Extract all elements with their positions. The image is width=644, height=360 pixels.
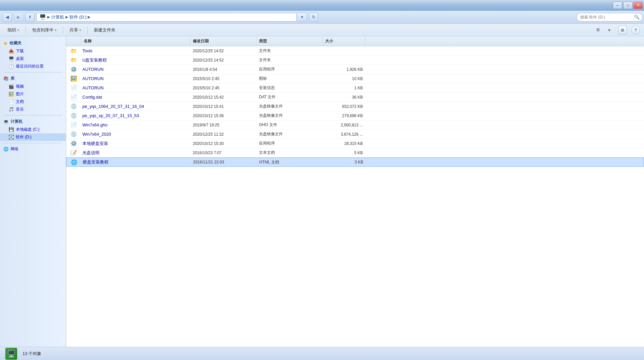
software-d-icon: 💽 xyxy=(9,135,14,140)
table-row[interactable]: 📄 AUTORUN 2015/5/10 2:45 安装信息 1 KB xyxy=(66,83,644,93)
file-size: 2,900,813 ... xyxy=(322,123,365,127)
col-header-modified[interactable]: 修改日期 xyxy=(190,36,256,46)
path-computer[interactable]: 计算机 xyxy=(51,14,64,20)
include-label: 包含到库中 xyxy=(32,27,54,33)
maximize-button[interactable]: □ xyxy=(623,2,632,9)
sidebar-item-software-d[interactable]: 💽 软件 (D:) xyxy=(0,133,66,141)
file-modified: 2020/12/25 14:52 xyxy=(190,49,256,53)
help-button[interactable]: ? xyxy=(631,26,640,34)
back-button[interactable]: ◀ xyxy=(3,13,12,22)
computer-label: 计算机 xyxy=(11,119,22,124)
sidebar-item-recent[interactable]: 🕐 最近访问的位置 xyxy=(0,63,66,70)
table-row[interactable]: 📄 Config.dat 2020/10/12 15:42 DAT 文件 36 … xyxy=(66,93,644,102)
table-row[interactable]: 🖼️ AUTORUN 2015/5/10 2:45 图标 10 KB xyxy=(66,74,644,83)
sidebar-computer-header[interactable]: 💻 计算机 xyxy=(0,117,66,126)
sidebar-item-network[interactable]: 🌐 网络 xyxy=(0,145,66,153)
address-bar: ◀ ▶ ⬆ 🖥️ ▶ 计算机 ▶ 软件 (D:) ▶ ▾ ↻ 🔍 xyxy=(0,11,644,24)
table-row[interactable]: ⚙️ AUTORUN 2016/1/8 4:54 应用程序 1,926 KB xyxy=(66,65,644,74)
computer-path-icon: 🖥️ xyxy=(39,14,46,20)
table-row[interactable]: 📄 Win7x64.gho 2019/9/7 19:25 GHO 文件 2,90… xyxy=(66,120,644,130)
toolbar-separator-2 xyxy=(63,26,63,34)
favorites-star-icon: ★ xyxy=(3,41,8,46)
file-modified: 2020/10/12 15:30 xyxy=(190,141,256,146)
sidebar-item-doc[interactable]: 📄 文档 xyxy=(0,98,66,106)
file-name: 光盘说明 xyxy=(81,150,190,156)
sidebar-divider-1 xyxy=(3,72,63,72)
table-row[interactable]: ⚙️ 本地硬盘安装 2020/10/12 15:30 应用程序 28,315 K… xyxy=(66,139,644,148)
sidebar-library-header[interactable]: 📚 库 xyxy=(0,74,66,83)
file-type: 光盘映像文件 xyxy=(256,104,322,109)
forward-button[interactable]: ▶ xyxy=(14,13,23,22)
sidebar: ★ 收藏夹 📥 下载 🖥️ 桌面 🕐 最近访问的位置 xyxy=(0,36,66,347)
path-dropdown-button[interactable]: ▾ xyxy=(298,13,307,22)
status-bar: 🖥️ 13 个对象 xyxy=(0,347,644,360)
sidebar-item-local-c[interactable]: 💾 本地磁盘 (C:) xyxy=(0,126,66,133)
sidebar-item-image[interactable]: 🖼️ 图片 xyxy=(0,90,66,98)
file-name: 本地硬盘安装 xyxy=(81,141,190,147)
table-row[interactable]: 📁 Tools 2020/12/25 14:52 文件夹 xyxy=(66,46,644,56)
file-icon: 💿 xyxy=(66,103,81,110)
col-header-name[interactable]: 名称 xyxy=(81,36,190,46)
file-type: 应用程序 xyxy=(256,141,322,146)
sidebar-favorites-header[interactable]: ★ 收藏夹 xyxy=(0,39,66,47)
share-button[interactable]: 共享 ▾ xyxy=(66,25,85,35)
file-name: pe_yqs_1064_20_07_31_16_04 xyxy=(81,104,190,109)
file-name: Config.dat xyxy=(81,95,190,100)
sidebar-item-desktop[interactable]: 🖥️ 桌面 xyxy=(0,55,66,63)
sidebar-favorites-section: ★ 收藏夹 📥 下载 🖥️ 桌面 🕐 最近访问的位置 xyxy=(0,39,66,70)
sidebar-divider-3 xyxy=(3,143,63,143)
recent-icon: 🕐 xyxy=(9,64,14,69)
table-row[interactable]: 📝 光盘说明 2016/10/23 7:07 文本文档 5 KB xyxy=(66,148,644,158)
file-size: 10 KB xyxy=(322,76,365,81)
image-icon: 🖼️ xyxy=(9,92,14,97)
close-button[interactable]: ✕ xyxy=(633,2,643,9)
file-modified: 2015/5/10 2:45 xyxy=(190,86,256,90)
downloads-icon: 📥 xyxy=(9,49,14,54)
path-sep-2: ▶ xyxy=(65,15,68,19)
file-icon: 📄 xyxy=(66,122,81,128)
sidebar-divider-2 xyxy=(3,115,63,115)
file-modified: 2015/5/10 2:45 xyxy=(190,76,256,81)
file-modified: 2016/11/21 22:03 xyxy=(191,160,257,164)
table-row[interactable]: 💿 pe_yqs_1064_20_07_31_16_04 2020/10/12 … xyxy=(66,102,644,111)
file-type: 光盘映像文件 xyxy=(256,131,322,137)
sidebar-item-downloads[interactable]: 📥 下载 xyxy=(0,47,66,55)
video-label: 视频 xyxy=(16,84,24,89)
minimize-button[interactable]: ─ xyxy=(613,2,622,9)
table-row[interactable]: 💿 pe_yqs_xp_20_07_31_15_53 2020/10/12 15… xyxy=(66,111,644,120)
file-size: 1,926 KB xyxy=(322,67,365,72)
sidebar-item-music[interactable]: 🎵 音乐 xyxy=(0,106,66,113)
refresh-button[interactable]: ↻ xyxy=(309,13,318,22)
up-button[interactable]: ⬆ xyxy=(25,13,34,22)
new-folder-button[interactable]: 新建文件夹 xyxy=(90,25,119,35)
view-list-button[interactable]: ≡ xyxy=(593,26,603,34)
file-name: AUTORUN xyxy=(81,67,190,72)
path-drive[interactable]: 软件 (D:) xyxy=(69,14,86,20)
downloads-label: 下载 xyxy=(16,48,24,54)
file-icon: 💿 xyxy=(66,131,81,137)
file-type: GHO 文件 xyxy=(256,122,322,128)
table-row[interactable]: 📁 U盘安装教程 2020/12/25 14:52 文件夹 xyxy=(66,56,644,65)
desktop-icon: 🖥️ xyxy=(9,56,14,61)
address-path: 🖥️ ▶ 计算机 ▶ 软件 (D:) ▶ xyxy=(36,13,297,22)
table-row[interactable]: 🌐 硬盘安装教程 2016/11/21 22:03 HTML 文档 3 KB xyxy=(66,158,644,167)
path-sep-3: ▶ xyxy=(88,15,90,19)
include-library-button[interactable]: 包含到库中 ▾ xyxy=(28,25,60,35)
organize-button[interactable]: 组织 ▾ xyxy=(4,25,23,35)
view-detail-button[interactable]: ⊞ xyxy=(618,26,627,34)
col-header-type[interactable]: 类型 xyxy=(256,36,322,46)
col-header-size[interactable]: 大小 xyxy=(322,36,365,46)
file-modified: 2020/10/12 15:41 xyxy=(190,104,256,109)
file-size: 3,874,126 ... xyxy=(322,132,365,137)
file-modified: 2020/12/25 14:52 xyxy=(190,58,256,63)
view-toggle-arrow[interactable]: ▾ xyxy=(604,26,614,34)
doc-icon: 📄 xyxy=(9,99,14,104)
table-row[interactable]: 💿 Win7x64_2020 2020/12/25 11:32 光盘映像文件 3… xyxy=(66,130,644,139)
file-name: Win7x64.gho xyxy=(81,122,190,127)
file-icon: 🌐 xyxy=(66,159,81,165)
file-name: Tools xyxy=(81,48,190,53)
local-c-label: 本地磁盘 (C:) xyxy=(16,127,39,132)
music-label: 音乐 xyxy=(16,107,24,112)
sidebar-item-video[interactable]: 🎬 视频 xyxy=(0,83,66,90)
search-button[interactable]: 🔍 xyxy=(632,13,641,22)
